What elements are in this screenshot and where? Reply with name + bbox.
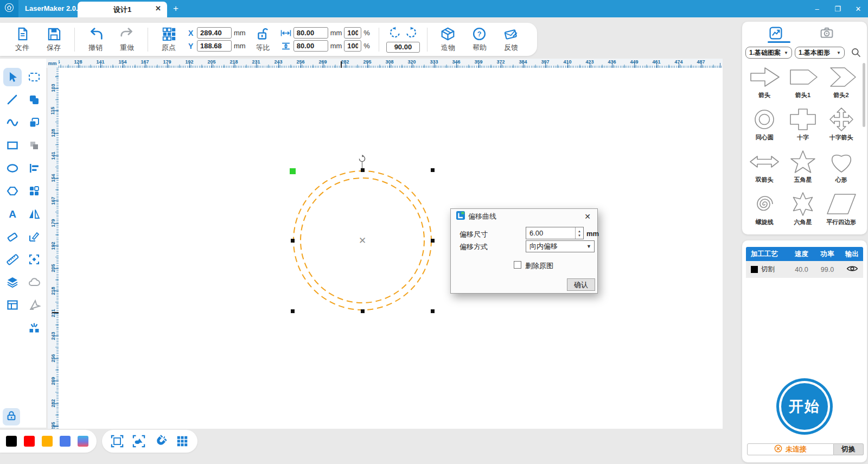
process-row-切割[interactable]: 切割40.099.0 (746, 261, 863, 278)
handle-e[interactable] (431, 239, 435, 243)
rotate-ccw-icon[interactable] (389, 27, 401, 41)
origin-button[interactable]: 原点 (153, 27, 184, 53)
file-button[interactable]: 文件 (7, 27, 38, 53)
mirror-tool[interactable] (25, 205, 43, 223)
switch-device-button[interactable]: 切换 (834, 443, 864, 455)
handle-se[interactable] (431, 309, 435, 313)
color-swatch-2[interactable] (24, 436, 35, 447)
aspect-lock-button[interactable]: 等比 (250, 27, 277, 53)
duplicate-tool[interactable] (25, 113, 43, 132)
tab-close-icon[interactable]: ✕ (155, 4, 161, 12)
eye-icon[interactable] (846, 264, 858, 273)
ruler-tool[interactable] (3, 250, 22, 269)
h-ruler-label: 141 (96, 59, 104, 65)
arrange-tool[interactable] (25, 182, 43, 200)
measure-angle-tool[interactable] (25, 227, 43, 246)
rotation-handle[interactable] (358, 155, 366, 163)
color-swatch-1[interactable] (6, 436, 17, 447)
shape-item-star6[interactable]: 六角星 (784, 189, 822, 231)
shape-item-arrow2[interactable]: 箭头2 (822, 62, 860, 104)
color-swatch-4[interactable] (60, 436, 71, 447)
layer-color-swatch[interactable] (751, 266, 758, 273)
dialog-close-icon[interactable]: ✕ (584, 212, 591, 221)
text-tool[interactable]: A (3, 205, 22, 223)
shape-item-parallelogram[interactable]: 平行四边形 (822, 189, 860, 231)
select-tool[interactable] (3, 68, 22, 86)
rotate-cw-icon[interactable] (405, 27, 417, 41)
marquee-select-tool[interactable] (25, 68, 43, 86)
align-tool[interactable] (25, 159, 43, 177)
weld-tool[interactable] (25, 91, 43, 109)
connection-status[interactable]: 未连接 (747, 443, 834, 455)
lock-tool[interactable] (3, 408, 20, 425)
help-button[interactable]: ? 帮助 (464, 27, 495, 53)
handle-n[interactable] (361, 168, 365, 172)
selected-shape[interactable]: ✕ (292, 170, 432, 311)
redo-button[interactable]: 重做 (111, 27, 143, 53)
tab-capture[interactable] (819, 26, 835, 40)
grid-icon[interactable] (176, 435, 189, 448)
handle-w[interactable] (291, 239, 295, 243)
magnet-snap-icon[interactable] (154, 435, 167, 448)
eraser-tool[interactable] (3, 227, 22, 246)
rectangle-tool[interactable] (3, 136, 22, 155)
height-percent-input[interactable] (344, 40, 361, 52)
start-button[interactable]: 开始 (776, 378, 833, 435)
width-input[interactable] (293, 27, 328, 39)
ellipse-tool[interactable] (3, 159, 22, 177)
undo-button[interactable]: 撤销 (80, 27, 111, 53)
group-tool[interactable] (25, 136, 43, 155)
shape-item-arrow[interactable]: 箭头 (745, 62, 784, 104)
send-tool[interactable] (25, 296, 43, 314)
explode-tool[interactable] (25, 319, 43, 337)
shape-scrollbar[interactable] (863, 63, 865, 127)
minimize-button[interactable]: – (813, 5, 821, 13)
line-tool[interactable] (3, 91, 22, 109)
shape-item-spiral[interactable]: 螺旋线 (745, 189, 784, 231)
layers-tool[interactable] (3, 273, 22, 291)
tab-design1[interactable]: 设计1 ✕ (78, 2, 167, 17)
subcategory-dropdown[interactable]: 1.基本图形▼ (795, 47, 845, 59)
shape-item-crossarrow[interactable]: 十字箭头 (822, 104, 860, 147)
shape-item-doublearrow[interactable]: 双箭头 (745, 147, 784, 189)
height-input[interactable] (293, 40, 328, 52)
make-button[interactable]: 造物 (432, 27, 464, 53)
new-tab-button[interactable]: + (170, 3, 182, 15)
shape-item-concentric[interactable]: 同心圆 (745, 104, 784, 147)
close-button[interactable]: ✕ (854, 5, 863, 13)
tab-patterns[interactable] (768, 26, 784, 40)
home-button[interactable] (0, 0, 18, 17)
handle-ne[interactable] (431, 168, 435, 172)
shape-item-arrow1[interactable]: 箭头1 (784, 62, 822, 104)
y-input[interactable] (197, 40, 232, 52)
x-input[interactable] (197, 27, 232, 39)
handle-nw-origin[interactable] (290, 168, 296, 174)
category-dropdown[interactable]: 1.基础图案▼ (745, 47, 792, 59)
curve-tool[interactable] (3, 113, 22, 132)
offset-mode-select[interactable]: 向内偏移 ▼ (526, 240, 595, 252)
color-swatch-3[interactable] (42, 436, 53, 447)
design-canvas[interactable]: ✕ (59, 68, 723, 429)
feedback-button[interactable]: 反馈 (495, 27, 527, 53)
table-tool[interactable] (3, 296, 22, 314)
spinner-arrows[interactable]: ▲▼ (575, 227, 583, 239)
shape-item-star5[interactable]: 五角星 (784, 147, 822, 189)
fit-selection-icon[interactable] (132, 435, 145, 448)
delete-original-checkbox[interactable] (514, 261, 521, 269)
shape-item-heart[interactable]: 心形 (822, 147, 860, 189)
cloud-tool[interactable] (25, 273, 43, 291)
search-icon[interactable] (851, 47, 861, 58)
width-percent-input[interactable] (344, 27, 361, 39)
maximize-button[interactable]: ❐ (833, 5, 842, 13)
frame-icon[interactable] (111, 435, 124, 448)
dialog-titlebar[interactable]: 偏移曲线 (451, 209, 597, 224)
angle-input[interactable] (386, 42, 420, 53)
confirm-button[interactable]: 确认 (567, 278, 595, 291)
polygon-tool[interactable] (3, 182, 22, 200)
shape-item-cross[interactable]: 十字 (784, 104, 822, 147)
center-tool[interactable] (25, 250, 43, 269)
color-swatch-5[interactable] (78, 436, 88, 447)
save-button[interactable]: 保存 (38, 27, 69, 53)
handle-s[interactable] (361, 309, 365, 313)
handle-sw[interactable] (291, 309, 295, 313)
